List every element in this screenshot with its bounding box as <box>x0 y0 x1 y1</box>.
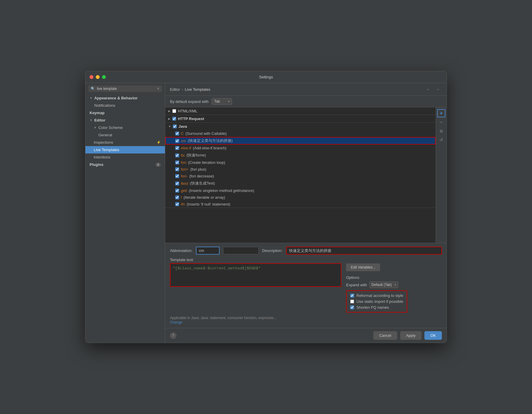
list-item-geti[interactable]: geti (Inserts singleton method getInstan… <box>165 187 436 194</box>
sidebar-item-notifications[interactable]: Notifications <box>85 102 165 109</box>
item-checkbox-ftest[interactable] <box>175 182 179 185</box>
dialog-buttons: Cancel Apply OK <box>373 331 442 340</box>
expand-with-select[interactable]: Tab Enter Space <box>212 98 232 105</box>
list-item-C[interactable]: C (Surround with Callable) <box>165 130 436 137</box>
maximize-button[interactable] <box>102 75 106 79</box>
expand-select-wrapper: Tab Enter Space <box>212 98 232 105</box>
template-textarea[interactable]: "[$class_name$-$current_method$]$END$" <box>170 263 341 287</box>
group-header-http-request[interactable]: ▶ HTTP Request <box>165 115 436 122</box>
item-abbrev-geti: geti <box>181 188 187 193</box>
close-button[interactable] <box>90 75 93 79</box>
sidebar-item-color-scheme[interactable]: ▼ Color Scheme <box>85 124 165 131</box>
sidebar-item-label: Keymap <box>90 111 105 115</box>
nav-forward-button[interactable]: → <box>434 86 442 93</box>
item-abbrev-C: C <box>181 131 184 136</box>
action-buttons: + − ⧉ ↺ <box>436 107 447 243</box>
group-checkbox-html-xml[interactable] <box>172 109 176 113</box>
static-import-checkbox[interactable] <box>350 300 354 303</box>
item-abbrev-fix: fix <box>181 153 185 158</box>
window-title: Settings <box>259 75 273 79</box>
sidebar-item-general[interactable]: General <box>85 131 165 139</box>
list-item-fori-minus[interactable]: fori- (fori decrease) <box>165 173 436 179</box>
expand-with-label: Expand with <box>346 283 367 287</box>
item-checkbox-fix[interactable] <box>175 153 179 157</box>
group-name-http-request: HTTP Request <box>178 117 204 121</box>
template-text-label: Template text: <box>170 258 341 262</box>
abbreviation-extra-input[interactable] <box>223 247 259 254</box>
ok-button[interactable]: OK <box>424 331 442 340</box>
option-shorten-fq: Shorten FQ names <box>350 305 403 310</box>
item-abbrev-ifn: ifn <box>181 202 185 206</box>
option-reformat: Reformat according to style <box>350 293 403 298</box>
group-arrow-icon: ▶ <box>168 117 171 120</box>
edit-variables-button[interactable]: Edit Variables... <box>346 263 380 271</box>
add-template-button[interactable]: + <box>437 109 445 117</box>
list-item-fori[interactable]: fori (Create iteration loop) <box>165 159 436 166</box>
item-abbrev-else-if: else-if <box>181 146 191 150</box>
list-item-else-if[interactable]: else-if (Add else-if branch) <box>165 145 436 151</box>
item-checkbox-C[interactable] <box>175 132 179 135</box>
titlebar: Settings <box>85 71 447 83</box>
item-desc-C: (Surround with Callable) <box>185 131 226 136</box>
group-header-html-xml[interactable]: ▶ HTML/XML <box>165 107 436 115</box>
item-checkbox-ifn[interactable] <box>175 202 179 206</box>
sidebar-item-appearance-behavior[interactable]: ▼ Appearance & Behavior <box>85 94 165 102</box>
search-box: 🔍 ✕ <box>88 85 162 92</box>
window-controls <box>90 75 106 79</box>
group-arrow-icon: ▼ <box>168 125 171 128</box>
item-abbrev-l: l <box>181 195 182 200</box>
main-content: 🔍 ✕ ▼ Appearance & Behavior Notification… <box>85 83 447 343</box>
search-icon: 🔍 <box>91 87 95 91</box>
item-checkbox-fori-plus[interactable] <box>175 167 179 171</box>
expand-with-detail-select[interactable]: Default (Tab) Tab Enter Space <box>369 282 398 288</box>
remove-template-button[interactable]: − <box>437 118 445 126</box>
abbreviation-label: Abbreviation: <box>170 248 192 253</box>
item-checkbox-cm[interactable] <box>175 139 179 143</box>
item-checkbox-else-if[interactable] <box>175 146 179 150</box>
group-checkbox-http-request[interactable] <box>172 117 176 121</box>
restore-template-button[interactable]: ↺ <box>437 136 445 144</box>
item-desc-fori-plus: (fori plus) <box>190 167 206 172</box>
sidebar-item-label: Live Templates <box>94 148 119 152</box>
options-section: Options Expand with Default (Tab) Tab En… <box>346 275 407 313</box>
list-item-cm[interactable]: cm (快速定义类与方法的拼接) <box>165 137 436 145</box>
group-checkbox-java[interactable] <box>173 124 177 128</box>
nav-back-button[interactable]: ← <box>424 86 432 93</box>
list-item-l[interactable]: l (Iterate Iterable or array) <box>165 194 436 201</box>
sidebar-item-label: Notifications <box>94 103 115 108</box>
search-input[interactable] <box>97 87 155 91</box>
list-item-ftest[interactable]: ftest (快速生成Test) <box>165 179 436 187</box>
applicable-row: Applicable in Java; Java: statement, con… <box>170 316 442 324</box>
change-link[interactable]: Change <box>170 320 182 324</box>
item-checkbox-geti[interactable] <box>175 189 179 193</box>
right-header: Editor › Live Templates ← → <box>165 83 447 96</box>
search-clear-icon[interactable]: ✕ <box>157 87 160 91</box>
sidebar-item-plugins[interactable]: Plugins 9 <box>85 161 165 168</box>
detail-panel: Abbreviation: Description: Template text… <box>165 243 447 328</box>
sidebar-item-intentions[interactable]: Intentions <box>85 153 165 161</box>
minimize-button[interactable] <box>96 75 100 79</box>
item-checkbox-l[interactable] <box>175 195 179 199</box>
list-item-fix[interactable]: fix (快速fixme) <box>165 151 436 159</box>
sidebar-item-live-templates[interactable]: Live Templates <box>85 146 165 153</box>
copy-template-button[interactable]: ⧉ <box>437 127 445 135</box>
sidebar-item-editor[interactable]: ▼ Editor <box>85 117 165 124</box>
apply-button[interactable]: Apply <box>400 331 422 340</box>
list-item-fori-plus[interactable]: fori+ (fori plus) <box>165 166 436 173</box>
reformat-checkbox[interactable] <box>350 294 354 297</box>
description-input[interactable] <box>286 247 442 255</box>
sidebar-item-inspections[interactable]: Inspections ⚡ <box>85 139 165 146</box>
abbreviation-input[interactable] <box>196 247 220 255</box>
cancel-button[interactable]: Cancel <box>373 331 397 340</box>
item-checkbox-fori-minus[interactable] <box>175 174 179 178</box>
plugins-badge: 9 <box>155 163 161 167</box>
help-button[interactable]: ? <box>170 332 176 339</box>
sidebar-item-keymap[interactable]: Keymap <box>85 109 165 117</box>
sidebar-item-label: Plugins <box>90 162 103 167</box>
shorten-fq-checkbox[interactable] <box>350 305 354 309</box>
sidebar-item-label: Intentions <box>94 155 110 159</box>
group-header-java[interactable]: ▼ Java <box>165 123 436 130</box>
item-abbrev-cm: cm <box>181 139 186 143</box>
item-checkbox-fori[interactable] <box>175 161 179 164</box>
list-item-ifn[interactable]: ifn (Inserts 'if null' statement) <box>165 201 436 208</box>
